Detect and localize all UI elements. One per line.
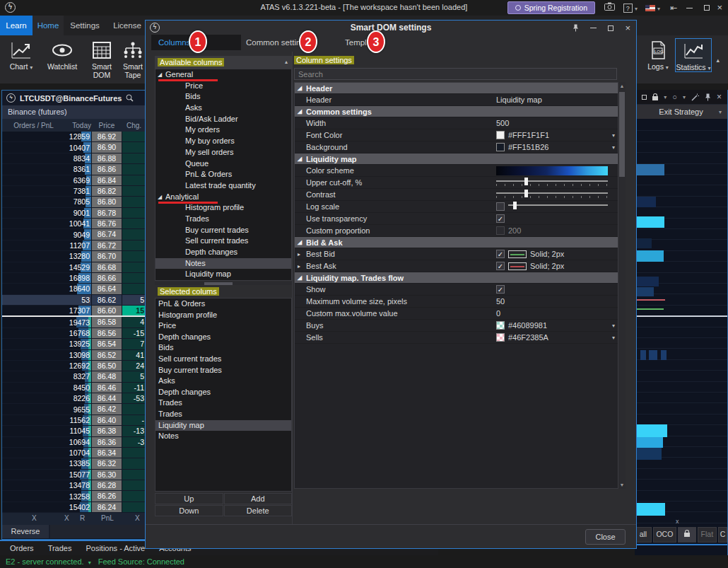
selected-item[interactable]: Trades [155,398,291,409]
today-cell[interactable]: 13385 [65,458,91,468]
settings-row-buys[interactable]: Buys#46089981▾ [295,320,618,332]
tree-item[interactable]: Latest trade quantity [155,180,291,192]
dom-row[interactable]: 883486.88 [2,153,146,164]
connection-dropdown-icon[interactable]: ▾ [88,560,91,566]
tree-item[interactable]: Buy current trades [155,225,291,236]
dom-row[interactable]: 1676886.56-15 [2,328,146,339]
slider[interactable] [496,190,608,199]
today-cell[interactable]: 12859 [65,132,91,141]
bottom-tab-trades[interactable]: Trades [42,541,78,555]
price-cell[interactable]: 86.34 [91,448,122,458]
language-flag-icon[interactable]: ▾ [645,2,660,15]
dom-row[interactable]: 1452986.68 [2,262,146,273]
dom-row[interactable]: 965586.42 [2,404,146,415]
dom-row[interactable]: 1392586.547 [2,339,146,349]
orders-cell[interactable] [2,164,65,174]
dropdown-icon[interactable]: ▾ [612,144,615,151]
dom-row[interactable]: 780586.80 [2,197,146,207]
expander-icon[interactable]: ▸ [298,263,300,269]
price-cell[interactable]: 86.24 [91,502,122,512]
dom-row[interactable]: 1947386.584 [2,317,146,328]
ribbon-tab-learn[interactable]: Learn [0,16,33,35]
price-cell[interactable]: 86.80 [91,197,122,207]
today-cell[interactable]: 8327 [65,371,91,381]
dom-row[interactable]: 1338586.32 [2,458,146,469]
expander-icon[interactable]: ◢ [158,192,162,203]
search-icon[interactable] [126,94,134,102]
orders-cell[interactable] [2,153,65,163]
col-price[interactable]: Price [91,122,122,129]
settings-row-background[interactable]: Background#FF151B26▾ [295,141,618,153]
dom-row[interactable]: 5386.625 [2,295,146,306]
lock-dropdown-icon[interactable]: ▾ [664,94,667,100]
spring-registration-button[interactable]: Spring Registration [507,1,595,14]
pin-icon[interactable] [705,93,711,101]
selected-item[interactable]: Bids [155,342,291,354]
ribbon-tab-license-info[interactable]: License info [106,16,148,35]
orders-cell[interactable] [2,317,65,327]
orders-cell[interactable] [2,240,65,250]
footer-mark[interactable]: R [80,514,85,522]
settings-row-custom-max-volume-value[interactable]: Custom max.volume value0 [295,308,618,320]
checkbox[interactable] [496,202,505,211]
tree-item[interactable]: Liquidity map [155,269,291,280]
expander-icon[interactable]: ◢ [298,108,302,115]
dom-row[interactable]: 1328086.70 [2,251,146,262]
settings-search-input[interactable] [294,68,617,80]
dom-row[interactable]: 1269286.5024 [2,361,146,371]
price-cell[interactable]: 86.90 [91,142,122,152]
orders-cell[interactable] [2,229,65,239]
price-cell[interactable]: 86.82 [91,186,122,196]
today-cell[interactable]: 11045 [65,426,91,436]
today-cell[interactable]: 8361 [65,164,91,174]
checkbox[interactable]: ✓ [496,285,505,294]
price-cell[interactable]: 86.84 [91,175,122,185]
expander-icon[interactable]: ◢ [298,274,302,281]
add-button[interactable]: Add [224,493,293,504]
dom-row[interactable]: 845086.46-11 [2,383,146,393]
screenshot-camera-icon[interactable] [604,2,615,13]
circle-dropdown-icon[interactable]: ▾ [683,94,686,100]
price-cell[interactable]: 86.68 [91,262,122,272]
settings-section[interactable]: ◢Liquidity map. Trades flow [295,272,618,284]
orders-cell[interactable] [2,208,65,218]
tree-item[interactable]: My orders [155,124,291,136]
dom-row[interactable]: 832786.485 [2,371,146,382]
tree-group-analytical[interactable]: ◢Analytical [155,192,291,203]
dropdown-icon[interactable]: ▾ [612,132,615,139]
dom-row[interactable]: 738186.82 [2,186,146,197]
lock-icon[interactable] [652,96,658,100]
today-cell[interactable]: 9655 [65,404,91,414]
magic-wand-icon[interactable] [691,93,699,101]
price-cell[interactable]: 86.46 [91,383,122,393]
settings-row-sells[interactable]: Sells#46F2385A▾ [295,332,618,344]
orders-cell[interactable] [2,328,65,338]
orders-cell[interactable] [2,415,65,425]
settings-row-custom-proportion[interactable]: Custom proportion200 [295,225,618,237]
dom-row[interactable]: 904986.74 [2,229,146,240]
settings-row-best-bid[interactable]: ▸Best Bid✓Solid; 2px [295,248,618,260]
today-cell[interactable]: 7381 [65,186,91,196]
today-cell[interactable]: 9001 [65,208,91,218]
price-cell[interactable]: 86.66 [91,273,122,283]
settings-row-maximum-volume-size-pixels[interactable]: Maximum volume size, pixels50 [295,296,618,308]
today-cell[interactable]: 15402 [65,502,91,512]
today-cell[interactable]: 11207 [65,240,91,250]
settings-section[interactable]: ◢Common settings [295,106,618,117]
orders-cell[interactable] [2,132,65,141]
today-cell[interactable]: 13925 [65,339,91,349]
today-cell[interactable]: 11562 [65,415,91,425]
dom-row[interactable]: 1730786.6015 [2,306,146,317]
orders-cell[interactable] [2,458,65,468]
orders-cell[interactable] [2,361,65,371]
ribbon-tab-home[interactable]: Home [33,16,64,35]
today-cell[interactable]: 16898 [65,273,91,283]
ribbon-collapse-icon[interactable]: ▴ [716,57,720,64]
dom-row[interactable]: 1864086.64 [2,284,146,294]
tree-item[interactable]: Depth changes [155,247,291,258]
orders-cell[interactable] [2,186,65,196]
dom-row[interactable]: 1325886.26 [2,491,146,502]
dialog-maximize-icon[interactable] [608,25,613,31]
expander-icon[interactable]: ◢ [298,85,302,91]
checkbox[interactable] [496,226,505,235]
